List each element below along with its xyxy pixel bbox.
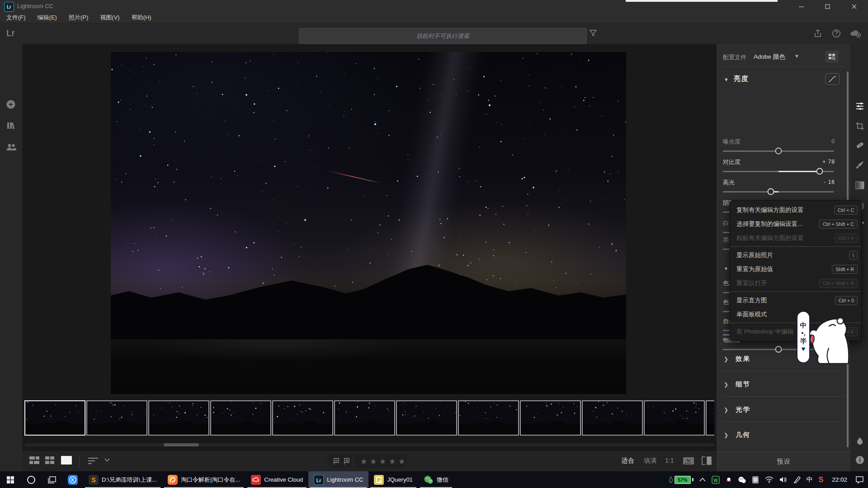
healing-brush-icon[interactable] xyxy=(855,141,864,150)
rating-star[interactable]: ★ xyxy=(389,457,396,466)
filmstrip-thumbnail[interactable] xyxy=(210,400,271,436)
add-photos-icon[interactable] xyxy=(6,99,16,109)
compare-view-icon[interactable] xyxy=(702,456,712,465)
menubar-item[interactable]: 文件(F) xyxy=(6,14,26,22)
presets-bar[interactable]: 预设 xyxy=(717,452,851,472)
section-3[interactable]: ❯几何 xyxy=(723,430,845,441)
share-icon[interactable] xyxy=(813,29,822,38)
menubar-item[interactable]: 视图(V) xyxy=(100,14,119,22)
lr-home-logo[interactable]: Lr xyxy=(6,28,15,38)
help-icon[interactable] xyxy=(832,29,841,38)
slider-row: 对比度+ 78 xyxy=(723,158,834,177)
chevron-down-icon[interactable] xyxy=(104,458,110,462)
menubar-item[interactable]: 照片(P) xyxy=(69,14,88,22)
volume-icon[interactable] xyxy=(779,476,788,483)
filter-funnel-icon[interactable] xyxy=(589,29,597,37)
menu-separator xyxy=(730,246,861,247)
section-1[interactable]: ❯细节 xyxy=(723,379,845,391)
pinned-app-k-icon[interactable]: K xyxy=(62,471,83,488)
detail-view-icon[interactable] xyxy=(61,456,72,465)
cloud-sync-paused-icon[interactable] xyxy=(850,29,862,38)
filmstrip-thumbnail[interactable] xyxy=(396,400,457,436)
taskbar-app-sublime[interactable]: SD:\兄弟连培训\上课... xyxy=(83,471,162,488)
maximize-button[interactable] xyxy=(817,0,838,13)
presets-button[interactable]: 预设 xyxy=(717,458,851,466)
search-input[interactable] xyxy=(299,28,587,44)
clock[interactable]: 22:02 xyxy=(829,476,850,483)
library-icon[interactable] xyxy=(6,121,16,131)
context-menu-item[interactable]: 选择要复制的编辑设置...Ctrl + Shift + C xyxy=(730,217,861,231)
filmstrip-thumbnail[interactable] xyxy=(644,400,705,436)
menubar-item[interactable]: 编辑(E) xyxy=(38,14,57,22)
filmstrip-thumbnail[interactable] xyxy=(272,400,333,436)
brush-icon[interactable] xyxy=(855,160,864,169)
people-icon[interactable] xyxy=(6,142,17,152)
tray-expand-icon[interactable] xyxy=(699,478,706,482)
wifi-icon[interactable] xyxy=(765,476,774,483)
crop-icon[interactable] xyxy=(855,122,864,131)
wechat-tray-icon[interactable] xyxy=(738,476,746,483)
task-view-button[interactable] xyxy=(42,471,62,488)
filmstrip-thumbnail[interactable] xyxy=(706,400,714,436)
edit-sliders-icon[interactable] xyxy=(855,102,864,111)
taskbar-app-lightroom[interactable]: LrLightroom CC xyxy=(308,471,368,488)
filmstrip-thumbnail[interactable] xyxy=(520,400,581,436)
ime-chinese-indicator[interactable]: 中 xyxy=(807,476,813,484)
filmstrip-thumbnail[interactable] xyxy=(582,400,643,436)
info-icon[interactable] xyxy=(855,455,864,465)
flag-pick-icon[interactable] xyxy=(333,458,340,465)
keywords-tag-icon[interactable] xyxy=(855,436,864,446)
slider-handle[interactable] xyxy=(775,346,782,353)
minimize-button[interactable] xyxy=(791,0,811,13)
zoom-box-icon[interactable] xyxy=(683,457,694,465)
slider-handle[interactable] xyxy=(775,148,782,155)
filmstrip-scrollbar[interactable] xyxy=(24,443,714,446)
filmstrip-thumbnail[interactable] xyxy=(148,400,209,436)
cortana-button[interactable] xyxy=(21,471,42,488)
photo-grid-view-icon[interactable] xyxy=(29,456,39,465)
filmstrip-thumbnail[interactable] xyxy=(24,400,85,436)
context-menu-item[interactable]: 复制有关编辑方面的设置Ctrl + C xyxy=(730,203,861,217)
taskbar-app-taobao[interactable]: 淘口令解析|淘口令在... xyxy=(162,471,245,488)
zoom-fit-button[interactable]: 适合 xyxy=(622,457,634,465)
filmstrip-thumbnail[interactable] xyxy=(334,400,395,436)
slider-track[interactable] xyxy=(723,191,834,192)
rating-star[interactable]: ★ xyxy=(379,457,386,466)
device-manager-icon[interactable] xyxy=(752,476,759,484)
flag-reject-icon[interactable] xyxy=(343,458,350,465)
slider-row: 曝光度0 xyxy=(723,138,834,157)
square-grid-view-icon[interactable] xyxy=(45,456,54,465)
menubar-item[interactable]: 帮助(H) xyxy=(132,14,151,22)
zoom-1to1-button[interactable]: 1:1 xyxy=(665,457,674,464)
slider-handle[interactable] xyxy=(816,168,823,175)
slider-label: 对比度 xyxy=(723,158,741,166)
slider-handle[interactable] xyxy=(767,188,774,195)
context-menu-item[interactable]: 显示直方图Ctrl + 0 xyxy=(730,293,861,307)
taskbar-app-jquery[interactable]: JQuery01 xyxy=(368,471,418,488)
section-2[interactable]: ❯光学 xyxy=(723,404,845,416)
zoom-fill-button[interactable]: 填满 xyxy=(644,457,656,465)
taskbar-app-wechat[interactable]: 微信 xyxy=(418,471,454,488)
menu-item-label: 在 Photoshop 中编辑 xyxy=(736,328,793,336)
sogou-icon[interactable]: S xyxy=(819,476,824,484)
context-menu-item[interactable]: 重置为原始值Shift + R xyxy=(730,262,861,276)
close-button[interactable] xyxy=(844,0,864,13)
taskbar-app-creative-cloud[interactable]: Creative Cloud xyxy=(245,471,308,488)
battery-indicator[interactable]: 57% xyxy=(669,476,693,484)
linear-gradient-icon[interactable] xyxy=(855,181,864,189)
rating-star[interactable]: ★ xyxy=(360,457,367,466)
qq-icon[interactable] xyxy=(726,476,732,484)
slider-track[interactable] xyxy=(723,150,834,152)
action-center-icon[interactable] xyxy=(856,476,863,483)
filmstrip-thumbnail[interactable] xyxy=(458,400,519,436)
start-button[interactable] xyxy=(0,471,21,488)
rating-star[interactable]: ★ xyxy=(398,457,405,466)
wiz-note-icon[interactable]: W xyxy=(712,476,720,484)
pen-icon[interactable] xyxy=(793,476,801,483)
main-photo[interactable] xyxy=(111,52,626,394)
filmstrip-thumbnail[interactable] xyxy=(86,400,147,436)
rating-star[interactable]: ★ xyxy=(370,457,377,466)
sort-icon[interactable] xyxy=(88,457,98,464)
slider-track[interactable] xyxy=(723,171,834,172)
context-menu-item[interactable]: 显示原始照片\ xyxy=(730,248,861,262)
